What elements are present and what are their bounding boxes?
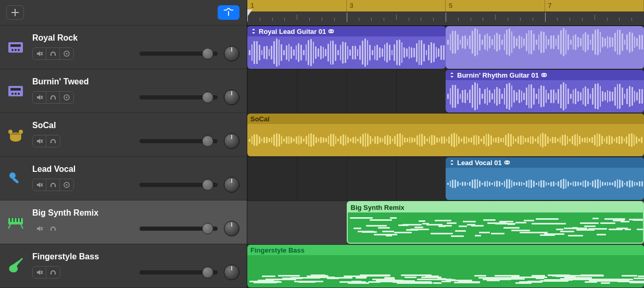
svg-point-33 [66, 184, 68, 185]
catch-playhead-icon [223, 8, 234, 17]
region[interactable]: Fingerstyle Bass [247, 245, 644, 287]
track-control-group [32, 179, 74, 191]
loop-icon [328, 28, 334, 34]
track-lane[interactable]: Burnin' Rhythm Guitar 01 [247, 70, 644, 114]
mute-button[interactable] [33, 135, 46, 147]
svg-point-12 [11, 93, 14, 95]
region-name-label: Fingerstyle Bass [250, 246, 305, 254]
bar-ruler[interactable]: 1357 [247, 0, 644, 26]
svg-point-9 [66, 53, 68, 54]
input-monitor-button[interactable] [60, 179, 73, 191]
region[interactable]: SoCal [247, 114, 644, 156]
pan-knob[interactable] [224, 46, 239, 61]
track-control-group [32, 222, 60, 235]
plus-icon [11, 9, 19, 16]
svg-rect-36 [14, 218, 15, 222]
pan-knob[interactable] [224, 133, 239, 149]
track-name-label: Fingerstyle Bass [32, 252, 99, 261]
ruler-bar-label: 1 [247, 0, 347, 11]
track-type-icon [5, 211, 26, 234]
track-lane[interactable]: Royal Lead Guitar 01 [247, 26, 644, 70]
pan-knob[interactable] [224, 221, 239, 236]
track-header[interactable]: Big Synth Remix [0, 201, 247, 244]
svg-point-18 [66, 96, 68, 98]
region-name-label: Burnin' Rhythm Guitar 01 [457, 71, 539, 79]
svg-rect-35 [10, 218, 11, 222]
volume-slider[interactable] [140, 268, 218, 277]
track-header[interactable]: Burnin' Tweed [0, 69, 247, 113]
loop-icon [504, 159, 510, 166]
region[interactable]: Lead Vocal 01 [446, 157, 644, 200]
svg-point-4 [15, 49, 17, 51]
mute-button[interactable] [33, 179, 46, 191]
svg-rect-29 [12, 177, 19, 184]
solo-headphones-button[interactable] [46, 179, 60, 191]
region[interactable] [446, 26, 644, 69]
svg-rect-0 [228, 11, 229, 16]
track-lane[interactable]: Fingerstyle Bass [247, 245, 644, 288]
track-header[interactable]: SoCal [0, 113, 247, 157]
track-header-panel: Royal Rock Burnin' Tweed [0, 0, 247, 288]
mute-button[interactable] [33, 223, 46, 234]
timeline-area: 1357 Royal Lead Guitar 01 Burnin' Rhythm… [247, 0, 644, 288]
solo-headphones-button[interactable] [46, 48, 60, 59]
svg-point-14 [18, 93, 20, 95]
svg-point-13 [15, 93, 17, 95]
track-type-icon [5, 167, 26, 190]
track-toolbar [0, 0, 247, 26]
track-lane[interactable]: Lead Vocal 01 [247, 157, 644, 201]
loop-icon [541, 72, 547, 78]
region-expand-icon [250, 28, 257, 34]
volume-slider[interactable] [140, 49, 218, 58]
track-name-label: Royal Rock [32, 33, 78, 43]
track-name-label: Lead Vocal [32, 165, 75, 174]
svg-point-5 [18, 49, 20, 51]
region-expand-icon [449, 159, 455, 166]
pan-knob[interactable] [224, 90, 239, 105]
region-expand-icon [449, 72, 455, 78]
track-name-label: SoCal [32, 121, 56, 130]
cycle-region-bar[interactable]: 1357 [247, 0, 644, 11]
solo-headphones-button[interactable] [46, 135, 60, 147]
solo-headphones-button[interactable] [46, 92, 60, 103]
solo-headphones-button[interactable] [46, 267, 60, 278]
mute-button[interactable] [33, 92, 46, 103]
ruler-ticks [247, 11, 644, 26]
volume-slider[interactable] [140, 136, 218, 146]
svg-rect-2 [10, 44, 21, 47]
track-lane[interactable]: Big Synth Remix [247, 201, 644, 245]
input-monitor-button[interactable] [60, 92, 73, 103]
region[interactable]: Big Synth Remix [347, 201, 645, 244]
region[interactable]: Burnin' Rhythm Guitar 01 [446, 70, 644, 112]
track-type-icon [5, 36, 26, 59]
playhead[interactable] [247, 9, 252, 17]
mute-button[interactable] [33, 267, 46, 278]
catch-playhead-button[interactable] [218, 5, 239, 20]
svg-line-40 [21, 224, 23, 229]
track-type-icon [5, 123, 26, 146]
solo-headphones-button[interactable] [46, 223, 60, 234]
pan-knob[interactable] [224, 177, 239, 193]
add-track-button[interactable] [6, 5, 24, 20]
pan-knob[interactable] [224, 265, 239, 280]
region-name-label: Royal Lead Guitar 01 [259, 28, 326, 35]
track-lane[interactable]: SoCal [247, 114, 644, 157]
track-control-group [32, 91, 74, 104]
track-lanes[interactable]: Royal Lead Guitar 01 Burnin' Rhythm Guit… [247, 26, 644, 288]
ruler-bar-label: 5 [446, 0, 545, 11]
volume-slider[interactable] [140, 224, 218, 233]
volume-slider[interactable] [140, 180, 218, 190]
region-name-label: Lead Vocal 01 [457, 159, 502, 167]
region[interactable]: Royal Lead Guitar 01 [247, 26, 446, 69]
track-header[interactable]: Royal Rock [0, 26, 247, 69]
track-header[interactable]: Fingerstyle Bass [0, 244, 247, 288]
volume-slider[interactable] [140, 93, 218, 102]
svg-line-39 [8, 224, 10, 229]
ruler-bar-label: 3 [347, 0, 446, 11]
track-header[interactable]: Lead Vocal [0, 157, 247, 201]
svg-point-28 [9, 172, 16, 179]
region-name-label: SoCal [250, 115, 270, 123]
mute-button[interactable] [33, 48, 46, 59]
input-monitor-button[interactable] [60, 48, 73, 59]
ruler-bar-label: 7 [545, 0, 645, 11]
